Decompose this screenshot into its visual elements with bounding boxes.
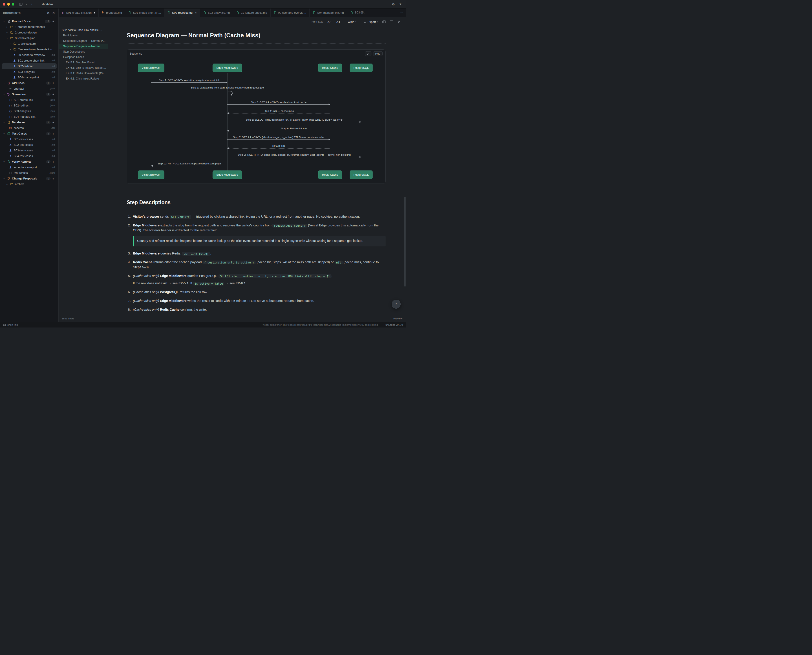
- back-button[interactable]: ‹: [26, 2, 28, 6]
- toc-item-step-descriptions[interactable]: Step Descriptions: [58, 49, 108, 54]
- toc-item-ex-3-1[interactable]: EX-3.1: Redis Unavailable (Ca…: [58, 71, 108, 76]
- sidebar-toggle-icon[interactable]: [19, 3, 23, 6]
- participant-edge-middleware: Edge Middleware: [213, 171, 242, 179]
- sidebar-file-s04-manage-link[interactable]: S04-manage-link .md: [2, 75, 57, 80]
- add-document-button[interactable]: +: [52, 177, 55, 180]
- sidebar-file-s04-manage-link-json[interactable]: {} S04-manage-link .json: [2, 114, 57, 120]
- step-item-8: 8. (Cache miss only) Redis Cache confirm…: [127, 307, 385, 312]
- sidebar-file-schema[interactable]: schema .sql: [2, 125, 57, 131]
- theme-toggle-icon[interactable]: ☀: [399, 2, 402, 6]
- export-png-button[interactable]: PNG: [373, 51, 383, 56]
- sidebar-section-verify-reports[interactable]: ▾ Verify Reports 2 +: [2, 159, 57, 165]
- toc-item-exception-cases[interactable]: Exception Cases: [58, 54, 108, 60]
- toc-item-ex-9-1[interactable]: EX-9.1: Click Insert Failure: [58, 76, 108, 81]
- more-tabs-button[interactable]: ⋯: [397, 9, 406, 17]
- expand-diagram-button[interactable]: [365, 51, 371, 56]
- font-decrease-button[interactable]: A−: [326, 19, 333, 25]
- document-preview[interactable]: Sequence Diagram — Normal Path (Cache Mi…: [108, 26, 406, 315]
- step-item-3: 3. Edge Middleware queries Redis: GET li…: [127, 251, 385, 256]
- sidebar-file-openapi[interactable]: openapi .yaml: [2, 86, 57, 91]
- add-document-button[interactable]: +: [52, 81, 55, 85]
- add-document-button[interactable]: +: [52, 160, 55, 163]
- participant-redis-cache: Redis Cache: [318, 63, 342, 72]
- sidebar-folder-2-product-design[interactable]: ▸ 2-product-design: [2, 30, 57, 35]
- sidebar-folder-archive[interactable]: ▸ archive: [2, 181, 57, 187]
- tab-s01-create-short-link-md[interactable]: S01-create-short-lin…: [125, 9, 164, 17]
- sidebar-settings-icon[interactable]: ⚙: [47, 11, 50, 15]
- markdown-doc-icon: [203, 11, 206, 14]
- tab-00-scenario-overview-md[interactable]: 00-scenario-overvie…: [270, 9, 310, 17]
- tab-s03-truncated[interactable]: S03-管…: [347, 9, 370, 17]
- close-window-button[interactable]: [3, 3, 5, 6]
- seq-message-4: Step 4: (nil) — cache miss: [227, 110, 330, 114]
- edit-pencil-icon[interactable]: [396, 20, 401, 24]
- sidebar-section-scenarios[interactable]: ▾ Scenarios 4 +: [2, 91, 57, 97]
- forward-button[interactable]: ›: [31, 2, 32, 6]
- sidebar-file-s01-create-link-json[interactable]: {} S01-create-link .json: [2, 97, 57, 103]
- sidebar-folder-2-scenario-implementation[interactable]: ▾ 2-scenario-implementation: [2, 46, 57, 52]
- export-button[interactable]: Export ▾: [362, 19, 379, 25]
- sidebar-file-00-scenario-overview[interactable]: 00-scenario-overview .md: [2, 52, 57, 58]
- sidebar-file-s01-create-short-link[interactable]: S01-create-short-link .md: [2, 58, 57, 63]
- file-path: ~/local-gitlab/short-link/logos/resource…: [262, 323, 378, 326]
- toc-item-sequence-diagram-2[interactable]: Sequence Diagram — Normal …: [58, 43, 108, 49]
- sidebar-section-product-docs[interactable]: ▾ Product Docs 12 +: [2, 18, 57, 24]
- sidebar-file-s02-redirect[interactable]: S02-redirect .md: [2, 63, 57, 69]
- tab-01-feature-specs-md[interactable]: 01-feature-specs.md: [233, 9, 270, 17]
- sidebar-section-test-cases[interactable]: ▾ Test Cases 4 +: [2, 131, 57, 136]
- tab-proposal-md[interactable]: proposal.md: [98, 9, 125, 17]
- folder-open-icon: [10, 37, 14, 40]
- sidebar-file-s04-test-cases[interactable]: S04-test-cases .md: [2, 153, 57, 159]
- settings-gear-icon[interactable]: ⚙: [392, 2, 395, 6]
- toc-item-participants[interactable]: Participants: [58, 33, 108, 38]
- sidebar-folder-3-technical-plan[interactable]: ▾ 3-technical-plan: [2, 35, 57, 41]
- modified-dot: [94, 12, 95, 14]
- add-document-button[interactable]: +: [52, 20, 55, 23]
- close-tab-icon[interactable]: ×: [195, 11, 197, 14]
- sidebar-file-s03-analytics-json[interactable]: {} S03-analytics .json: [2, 108, 57, 114]
- chevron-down-icon: ▾: [377, 21, 378, 23]
- sidebar-folder-1-architecture[interactable]: ▸ 1-architecture: [2, 41, 57, 46]
- tab-s02-redirect-md[interactable]: S02-redirect.md ×: [164, 9, 200, 17]
- add-document-button[interactable]: +: [52, 132, 55, 135]
- sidebar-file-acceptance-report[interactable]: acceptance-report .md: [2, 165, 57, 170]
- vertical-scrollbar[interactable]: [404, 197, 405, 287]
- zoom-window-button[interactable]: [12, 3, 14, 6]
- sidebar-section-database[interactable]: ▾ Database 1 +: [2, 120, 57, 125]
- chevron-down-icon: ▾: [9, 48, 12, 51]
- toc-item-ex-5-1[interactable]: EX-5.1: Slug Not Found: [58, 60, 108, 65]
- seq-message-5: Step 5: SELECT slug, destination_url, is…: [227, 118, 361, 122]
- markdown-file-icon: [12, 70, 16, 73]
- markdown-file-icon: [9, 149, 12, 152]
- sidebar-file-s03-analytics[interactable]: S03-analytics .md: [2, 69, 57, 75]
- toc-item-ex-6-1[interactable]: EX-6.1: Link Is Inactive (Deact…: [58, 65, 108, 71]
- toc-item-sequence-diagram-1[interactable]: Sequence Diagram — Normal P…: [58, 38, 108, 43]
- scroll-to-top-button[interactable]: ↑: [391, 300, 401, 309]
- toc-item-doc-title[interactable]: S02: Visit a Short Link and Be …: [58, 28, 108, 33]
- panel-right-toggle-icon[interactable]: [389, 20, 394, 24]
- tab-s04-manage-link-md[interactable]: S04-manage-link.md: [310, 9, 347, 17]
- sidebar-section-api-docs[interactable]: ▾ {} API Docs 1 +: [2, 80, 57, 86]
- width-mode-button[interactable]: Wide ▾: [346, 19, 358, 25]
- font-increase-button[interactable]: A+: [335, 19, 342, 25]
- seq-message-1: Step 1: GET /aB3xYz — visitor navigates …: [151, 79, 227, 83]
- panel-left-toggle-icon[interactable]: [382, 20, 387, 24]
- product-docs-icon: [7, 20, 11, 23]
- seq-message-3: Step 3: GET link:aB3xYz — check redirect…: [227, 101, 330, 105]
- sidebar-file-s02-redirect-json[interactable]: {} S02-redirect .json: [2, 103, 57, 108]
- sidebar-file-s02-test-cases[interactable]: S02-test-cases .md: [2, 142, 57, 148]
- add-document-button[interactable]: +: [52, 92, 55, 96]
- add-document-button[interactable]: +: [52, 121, 55, 124]
- tab-s03-analytics-md[interactable]: S03-analytics.md: [200, 9, 233, 17]
- sidebar-section-change-proposals[interactable]: ▾ Change Proposals 0 +: [2, 176, 57, 181]
- sidebar-folder-1-product-requirements[interactable]: ▸ 1-product-requirements: [2, 24, 57, 30]
- sidebar-refresh-icon[interactable]: ⟳: [52, 11, 55, 15]
- minimize-window-button[interactable]: [7, 3, 10, 6]
- chevron-right-icon: ▸: [6, 183, 9, 185]
- editor-toolbar: Font Size A− A+ Wide ▾ Export ▾: [108, 17, 406, 26]
- font-size-label: Font Size: [312, 20, 323, 23]
- sidebar-file-test-results[interactable]: test-results .jsonl: [2, 170, 57, 176]
- sidebar-file-s03-test-cases[interactable]: S03-test-cases .md: [2, 148, 57, 153]
- sidebar-file-s01-test-cases[interactable]: S01-test-cases .md: [2, 136, 57, 142]
- tab-s01-create-link-json[interactable]: {} S01-create-link.json: [58, 9, 98, 17]
